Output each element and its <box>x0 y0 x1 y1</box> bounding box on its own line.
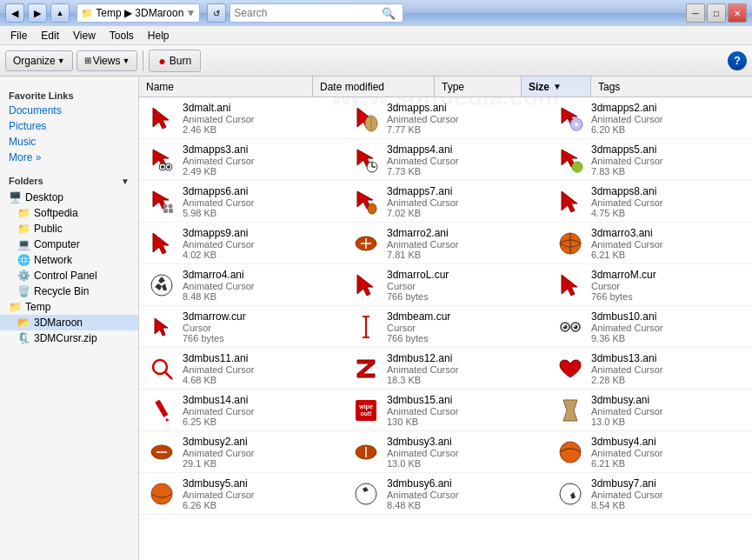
menu-edit[interactable]: Edit <box>36 28 64 43</box>
maximize-button[interactable]: □ <box>707 3 726 23</box>
list-item[interactable]: 3dmbusy5.ani Animated Cursor 6.26 KB <box>139 473 343 515</box>
folder-softpedia[interactable]: 📁 Softpedia <box>0 205 138 221</box>
svg-point-45 <box>574 324 578 329</box>
col-name-header[interactable]: Name <box>139 77 313 97</box>
forward-button[interactable]: ▶ <box>28 3 47 23</box>
list-item[interactable]: 3dmbusy.ani Animated Cursor 13.0 KB <box>548 390 752 431</box>
list-item[interactable]: 3dmarroM.cur Cursor 766 bytes <box>548 264 752 306</box>
file-thumbnail <box>146 395 177 426</box>
list-item[interactable]: 3dmapps9.ani Animated Cursor 4.02 KB <box>139 223 343 264</box>
file-thumbnail <box>555 186 586 217</box>
file-size: 7.77 KB <box>387 124 459 135</box>
search-input[interactable] <box>234 7 382 19</box>
list-item[interactable]: 3dmapps8.ani Animated Cursor 4.75 KB <box>548 181 752 223</box>
file-size: 7.81 KB <box>387 250 459 260</box>
back-button[interactable]: ◀ <box>5 3 24 23</box>
list-item[interactable]: wipeout! 3dmbus15.ani Animated Cursor 13… <box>343 390 548 431</box>
col-date-header[interactable]: Date modified <box>313 77 435 97</box>
column-header: Name Date modified Type Size ▼ Tags <box>139 77 752 97</box>
search-box[interactable]: 🔍 <box>230 3 403 23</box>
folders-title[interactable]: Folders ▼ <box>0 172 138 190</box>
svg-marker-37 <box>562 275 577 296</box>
file-size: 4.68 KB <box>183 375 255 385</box>
list-item[interactable]: 3dmbus14.ani Animated Cursor 6.25 KB <box>139 390 343 431</box>
views-button[interactable]: ⊞ Views ▼ <box>77 50 138 71</box>
list-item[interactable]: 3dmapps2.ani Animated Cursor 6.20 KB <box>548 97 752 139</box>
list-item[interactable]: 3dmbusy6.ani Animated Cursor 8.48 KB <box>343 473 548 515</box>
minimize-button[interactable]: ─ <box>686 3 705 23</box>
folder-label: Temp <box>25 301 50 313</box>
file-info: 3dmapps4.ani Animated Cursor 7.73 KB <box>387 143 459 177</box>
3dmaroon-icon: 📂 <box>17 317 30 329</box>
folder-3dmaroon[interactable]: 📂 3DMaroon <box>0 315 138 330</box>
help-button[interactable]: ? <box>728 51 747 70</box>
more-link[interactable]: More » <box>0 150 138 165</box>
list-item[interactable]: 3dmbus13.ani Animated Cursor 2.28 KB <box>548 348 752 390</box>
folder-control-panel[interactable]: ⚙️ Control Panel <box>0 268 138 283</box>
computer-icon: 💻 <box>17 238 30 250</box>
sidebar-link-documents[interactable]: Documents <box>0 103 138 118</box>
file-type: Animated Cursor <box>387 448 459 458</box>
list-item[interactable]: 3dmbus11.ani Animated Cursor 4.68 KB <box>139 348 343 390</box>
list-item[interactable]: 3dmapps6.ani Animated Cursor 5.98 KB <box>139 181 343 223</box>
list-item[interactable]: 3dmarro3.ani Animated Cursor 6.21 KB <box>548 223 752 264</box>
burn-button[interactable]: ● Burn <box>149 50 201 72</box>
up-button[interactable]: ▲ <box>50 3 70 23</box>
list-item[interactable]: 3dmbusy2.ani Animated Cursor 29.1 KB <box>139 431 343 473</box>
svg-text:out!: out! <box>360 410 371 417</box>
menu-tools[interactable]: Tools <box>104 28 139 43</box>
list-item[interactable]: 3dmapps3.ani Animated Cursor 2.49 KB <box>139 139 343 181</box>
list-item[interactable]: 3dmarro4.ani Animated Cursor 8.48 KB <box>139 264 343 306</box>
list-item[interactable]: 3dmapps.ani Animated Cursor 7.77 KB <box>343 97 548 139</box>
file-info: 3dmarro3.ani Animated Cursor 6.21 KB <box>591 227 663 260</box>
folder-computer[interactable]: 💻 Computer <box>0 237 138 252</box>
folder-network[interactable]: 🌐 Network <box>0 252 138 268</box>
file-size: 6.21 KB <box>591 458 663 469</box>
file-info: 3dmbus14.ani Animated Cursor 6.25 KB <box>183 394 255 427</box>
list-item[interactable]: 3dmarrow.cur Cursor 766 bytes <box>139 306 343 348</box>
file-name: 3dmbus13.ani <box>591 352 663 364</box>
list-item[interactable]: 3dmbus12.ani Animated Cursor 18.3 KB <box>343 348 548 390</box>
list-item[interactable]: 3dmbusy4.ani Animated Cursor 6.21 KB <box>548 431 752 473</box>
col-size-header[interactable]: Size ▼ <box>522 77 591 97</box>
breadcrumb[interactable]: 📁 Temp ▶ 3DMaroon ▼ <box>77 3 200 23</box>
list-item[interactable]: 3dmapps7.ani Animated Cursor 7.02 KB <box>343 181 548 223</box>
close-button[interactable]: ✕ <box>728 3 747 23</box>
refresh-button[interactable]: ↺ <box>207 3 226 23</box>
folder-recycle-bin[interactable]: 🗑️ Recycle Bin <box>0 283 138 299</box>
list-item[interactable]: 3dmbusy7.ani Animated Cursor 8.54 KB <box>548 473 752 515</box>
menu-view[interactable]: View <box>68 28 101 43</box>
svg-rect-51 <box>155 399 168 417</box>
folder-3dmcursr[interactable]: 🗜️ 3DMCursr.zip <box>0 330 138 346</box>
list-item[interactable]: 3dmarroL.cur Cursor 766 bytes <box>343 264 548 306</box>
list-item[interactable]: 3dmbus10.ani Animated Cursor 9.36 KB <box>548 306 752 348</box>
list-item[interactable]: 3dmbusy3.ani Animated Cursor 13.0 KB <box>343 431 548 473</box>
file-size: 7.02 KB <box>387 208 459 218</box>
list-item[interactable]: 3dmapps5.ani Animated Cursor 7.83 KB <box>548 139 752 181</box>
file-name: 3dmarroM.cur <box>591 269 656 281</box>
list-item[interactable]: 3dmapps4.ani Animated Cursor 7.73 KB <box>343 139 548 181</box>
menu-file[interactable]: File <box>5 28 32 43</box>
col-type-header[interactable]: Type <box>435 77 522 97</box>
folders-section: Folders ▼ 🖥️ Desktop 📁 Softpedia 📁 Publi… <box>0 172 138 346</box>
list-item[interactable]: 3dmbeam.cur Cursor 766 bytes <box>343 306 548 348</box>
file-name: 3dmarroL.cur <box>387 269 449 281</box>
file-size: 8.54 KB <box>591 500 663 510</box>
organize-button[interactable]: Organize ▼ <box>5 50 73 71</box>
file-thumbnail <box>146 478 177 510</box>
folder-temp[interactable]: 📁 Temp <box>0 299 138 315</box>
sidebar-link-music[interactable]: Music <box>0 134 138 150</box>
sidebar-link-pictures[interactable]: Pictures <box>0 118 138 134</box>
menu-help[interactable]: Help <box>143 28 175 43</box>
folder-public[interactable]: 📁 Public <box>0 221 138 237</box>
zip-icon: 🗜️ <box>17 332 30 344</box>
folder-desktop[interactable]: 🖥️ Desktop <box>0 190 138 205</box>
file-type: Cursor <box>387 323 450 333</box>
list-item[interactable]: 3dmalt.ani Animated Cursor 2.46 KB <box>139 97 343 139</box>
list-item[interactable]: 3dmarro2.ani Animated Cursor 7.81 KB <box>343 223 548 264</box>
titlebar: ◀ ▶ ▲ 📁 Temp ▶ 3DMaroon ▼ ↺ 🔍 ─ □ ✕ <box>0 0 752 26</box>
file-name: 3dmapps5.ani <box>591 143 663 156</box>
file-thumbnail <box>350 228 382 259</box>
file-type: Animated Cursor <box>183 490 255 500</box>
organize-label: Organize <box>13 55 56 67</box>
